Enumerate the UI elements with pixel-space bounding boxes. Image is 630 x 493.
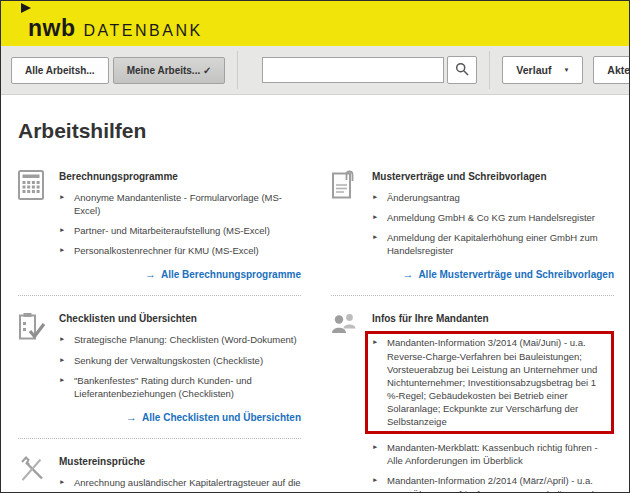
- section-title: Checklisten und Übersichten: [59, 313, 301, 324]
- list-item[interactable]: ►"Bankenfestes" Rating durch Kunden- und…: [59, 374, 301, 400]
- list-item-highlighted[interactable]: ►Mandanten-Information 3/2014 (Mai/Juni)…: [365, 331, 614, 434]
- left-column: Berechnungsprogramme ►Anonyme Mandantenl…: [18, 169, 301, 493]
- list-item[interactable]: ►Anmeldung der Kapitalerhöhung einer Gmb…: [372, 231, 614, 257]
- list-item[interactable]: ►Anrechnung ausländischer Kapitalertrags…: [59, 476, 301, 493]
- arrow-bullet-icon: ►: [372, 231, 387, 257]
- nwb-logo-flag-icon: [21, 3, 31, 13]
- link-alle-mustervertraege[interactable]: →Alle Musterverträge und Schreibvorlagen: [402, 269, 614, 280]
- arrow-bullet-icon: ►: [59, 354, 74, 367]
- arrow-bullet-icon: ►: [372, 441, 387, 467]
- link-alle-checklisten[interactable]: →Alle Checklisten und Übersichten: [126, 412, 301, 423]
- list-item[interactable]: ►Partner- und Mitarbeiteraufstellung (MS…: [59, 224, 301, 237]
- search-area: [262, 56, 477, 84]
- search-button[interactable]: [447, 56, 477, 84]
- list-item[interactable]: ►Senkung der Verwaltungskosten (Checklis…: [59, 354, 301, 367]
- verlauf-dropdown[interactable]: Verlauf ▼: [502, 56, 583, 84]
- list-item[interactable]: ►Mandanten-Information 2/2014 (März/Apri…: [372, 474, 614, 493]
- list-item[interactable]: ►Personalkostenrechner für KMU (MS-Excel…: [59, 244, 301, 257]
- checklist-icon: [18, 311, 59, 424]
- tab-meine-arbeitshilfen[interactable]: Meine Arbeits... ✓: [113, 57, 226, 84]
- list-item[interactable]: ►Mandanten-Merkblatt: Kassenbuch richtig…: [372, 441, 614, 467]
- list-item[interactable]: ►Strategische Planung: Checklisten (Word…: [59, 333, 301, 346]
- nwb-datenbank-window: nwb DATENBANK Alle Arbeitsh... Meine Arb…: [0, 0, 630, 493]
- arrow-bullet-icon: ►: [59, 244, 74, 257]
- chevron-down-icon: ▼: [563, 67, 569, 73]
- section-mustervertraege: Musterverträge und Schreibvorlagen ►Ände…: [331, 169, 614, 282]
- section-berechnungsprogramme: Berechnungsprogramme ►Anonyme Mandantenl…: [18, 169, 301, 282]
- logo-suffix-text: DATENBANK: [84, 22, 203, 40]
- document-paperclip-icon: [331, 169, 372, 282]
- tab-alle-arbeitshilfen[interactable]: Alle Arbeitsh...: [11, 57, 109, 84]
- arrow-right-icon: →: [402, 268, 413, 280]
- search-icon: [455, 62, 469, 79]
- tools-icon: [18, 454, 59, 493]
- akten-button[interactable]: Akten: [593, 56, 630, 84]
- section-infos-mandanten: Infos für Ihre Mandanten ►Mandanten-Info…: [331, 295, 614, 493]
- list-item[interactable]: ►Änderungsantrag: [372, 191, 614, 204]
- right-column: Musterverträge und Schreibvorlagen ►Ände…: [331, 169, 614, 493]
- toolbar-divider: [489, 51, 490, 89]
- arrow-bullet-icon: ►: [59, 333, 74, 346]
- nwb-logo[interactable]: nwb DATENBANK: [28, 15, 203, 42]
- arrow-right-icon: →: [126, 411, 137, 423]
- arrow-bullet-icon: ►: [372, 336, 387, 428]
- arrow-bullet-icon: ►: [59, 374, 74, 400]
- section-title: Berechnungsprogramme: [59, 171, 301, 182]
- calculator-icon: [18, 169, 59, 282]
- arrow-bullet-icon: ►: [59, 224, 74, 237]
- toolbar-divider: [237, 51, 238, 89]
- verlauf-label: Verlauf: [516, 64, 551, 76]
- section-title: Mustereinsprüche: [59, 456, 301, 467]
- arrow-bullet-icon: ►: [372, 211, 387, 224]
- list-item[interactable]: ►Anonyme Mandantenliste - Formularvorlag…: [59, 191, 301, 217]
- arrow-bullet-icon: ►: [372, 191, 387, 204]
- section-title: Infos für Ihre Mandanten: [372, 313, 614, 324]
- link-alle-berechnungsprogramme[interactable]: →Alle Berechnungsprogramme: [145, 269, 301, 280]
- section-title: Musterverträge und Schreibvorlagen: [372, 171, 614, 182]
- brand-header: nwb DATENBANK: [1, 1, 629, 46]
- search-input[interactable]: [262, 57, 444, 83]
- toolbar: Alle Arbeitsh... Meine Arbeits... ✓ Verl…: [1, 46, 629, 95]
- arrow-bullet-icon: ►: [59, 476, 74, 493]
- page-title: Arbeitshilfen: [18, 119, 612, 143]
- content-area: Arbeitshilfen: [1, 95, 629, 493]
- section-checklisten: Checklisten und Übersichten ►Strategisch…: [18, 295, 301, 424]
- section-mustereinsprueche: Mustereinsprüche ►Anrechnung ausländisch…: [18, 438, 301, 493]
- arrow-bullet-icon: ►: [372, 474, 387, 493]
- list-item[interactable]: ►Anmeldung GmbH & Co KG zum Handelsregis…: [372, 211, 614, 224]
- logo-brand-text: nwb: [28, 15, 76, 42]
- arrow-bullet-icon: ►: [59, 191, 74, 217]
- arrow-right-icon: →: [145, 268, 156, 280]
